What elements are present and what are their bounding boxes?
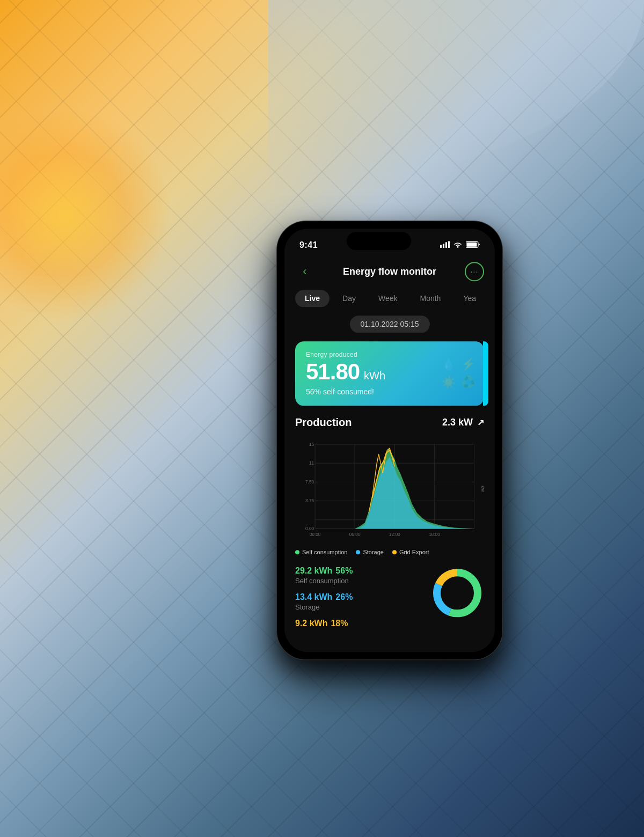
- legend-storage: Storage: [356, 549, 384, 555]
- chart-legend: Self consumption Storage Grid Export: [295, 549, 484, 555]
- stat-self-consumption-kwh: 29.2 kWh: [295, 566, 332, 576]
- donut-chart-wrapper: [430, 566, 484, 620]
- svg-text:7.50: 7.50: [305, 479, 314, 484]
- back-chevron-icon: ‹: [303, 265, 306, 278]
- more-icon: ···: [471, 267, 479, 276]
- tab-month[interactable]: Month: [410, 290, 450, 307]
- recycle-icon: ♻️: [461, 376, 475, 390]
- tab-week[interactable]: Week: [369, 290, 407, 307]
- energy-value: 51.80: [306, 361, 360, 383]
- stat-storage-pct: 26%: [335, 592, 353, 602]
- donut-chart-svg: [430, 566, 484, 620]
- date-display: 01.10.2022 05:15: [295, 315, 484, 333]
- production-header: Production 2.3 kW ↗: [295, 416, 484, 429]
- stat-storage-kwh: 13.4 kWh: [295, 592, 332, 602]
- status-icons: [440, 241, 480, 249]
- cyan-accent-bar: [483, 341, 488, 406]
- svg-text:12:00: 12:00: [389, 532, 400, 537]
- svg-rect-2: [445, 242, 447, 248]
- phone-wrapper: 9:41: [277, 221, 502, 659]
- more-options-button[interactable]: ···: [465, 262, 484, 281]
- wifi-icon: [453, 241, 463, 249]
- status-bar: 9:41: [284, 229, 495, 258]
- dynamic-island: [347, 232, 411, 250]
- svg-text:kW: kW: [480, 486, 484, 492]
- signal-icon: [440, 241, 450, 249]
- svg-text:15: 15: [309, 442, 314, 447]
- back-button[interactable]: ‹: [295, 262, 314, 281]
- legend-label-self-consumption: Self consumption: [302, 549, 347, 555]
- energy-unit: kWh: [364, 370, 385, 382]
- svg-rect-1: [443, 244, 444, 248]
- phone-screen: 9:41: [284, 229, 495, 652]
- svg-rect-0: [440, 245, 442, 248]
- legend-dot-blue: [356, 550, 360, 554]
- water-drop-icon: 💧: [441, 357, 456, 371]
- tab-live[interactable]: Live: [295, 290, 330, 307]
- legend-dot-yellow: [392, 550, 397, 554]
- production-value-row: 2.3 kW ↗: [442, 417, 484, 428]
- phone-device: 9:41: [277, 221, 502, 659]
- solar-panel-icon: ☀️: [441, 376, 456, 390]
- wind-turbine-icon: ⚡: [461, 357, 475, 371]
- legend-self-consumption: Self consumption: [295, 549, 347, 555]
- svg-rect-6: [467, 243, 477, 247]
- stat-grid-export-kwh: 9.2 kWh: [295, 619, 327, 628]
- stats-section: 29.2 kWh 56% Self consumption 13.4 kWh 2…: [295, 566, 484, 628]
- svg-point-4: [457, 246, 459, 248]
- app-content: ‹ Energy flow monitor ··· Live Day Week …: [284, 258, 495, 652]
- production-chart: 15 11 7.50 3.75 0.00 kW 00:00 06:00 12:0…: [295, 435, 484, 542]
- legend-grid-export: Grid Export: [392, 549, 429, 555]
- time-period-tabs: Live Day Week Month Yea: [295, 290, 484, 307]
- svg-text:06:00: 06:00: [349, 532, 361, 537]
- stat-self-consumption-pct: 56%: [335, 566, 353, 576]
- svg-text:00:00: 00:00: [310, 532, 321, 537]
- production-title: Production: [295, 416, 352, 429]
- status-time: 9:41: [299, 240, 318, 250]
- page-title: Energy flow monitor: [343, 266, 436, 277]
- tab-day[interactable]: Day: [333, 290, 365, 307]
- svg-text:3.75: 3.75: [305, 498, 314, 503]
- energy-card-icons: 💧 ⚡ ☀️ ♻️: [441, 357, 475, 390]
- production-kw-value: 2.3 kW: [442, 417, 473, 428]
- svg-text:0.00: 0.00: [305, 526, 314, 531]
- svg-text:18:00: 18:00: [429, 532, 440, 537]
- legend-dot-green: [295, 550, 299, 554]
- app-header: ‹ Energy flow monitor ···: [295, 258, 484, 290]
- legend-label-grid-export: Grid Export: [399, 549, 429, 555]
- energy-card-wrapper: Energy produced 51.80 kWh 56% self-consu…: [295, 341, 484, 406]
- tab-year[interactable]: Yea: [453, 290, 484, 307]
- svg-rect-3: [448, 241, 450, 248]
- chart-svg: 15 11 7.50 3.75 0.00 kW 00:00 06:00 12:0…: [295, 435, 484, 542]
- legend-label-storage: Storage: [363, 549, 384, 555]
- expand-icon[interactable]: ↗: [477, 417, 484, 428]
- energy-produced-card: Energy produced 51.80 kWh 56% self-consu…: [295, 341, 484, 406]
- date-badge: 01.10.2022 05:15: [350, 315, 430, 333]
- svg-text:11: 11: [309, 460, 314, 466]
- battery-icon: [466, 241, 480, 249]
- stat-row-grid-export: 9.2 kWh 18%: [295, 619, 484, 628]
- stat-grid-export-pct: 18%: [331, 619, 348, 628]
